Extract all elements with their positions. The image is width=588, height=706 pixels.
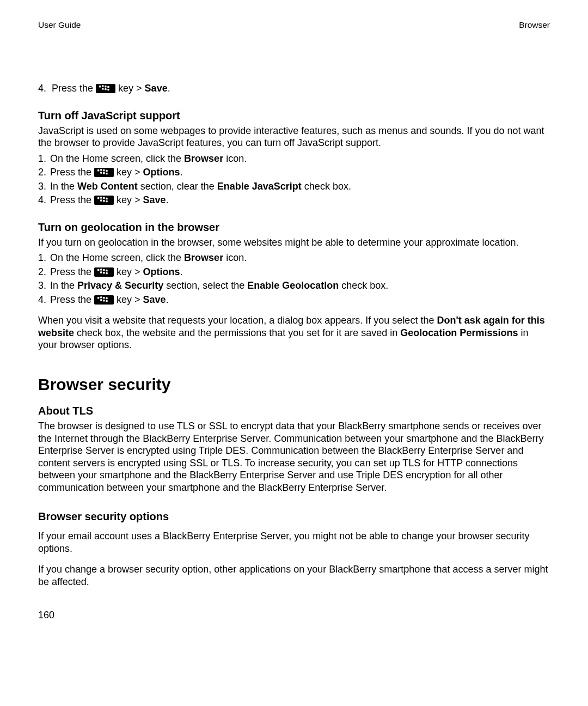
bold-save: Save — [145, 83, 168, 94]
security-options-p2: If you change a browser security option,… — [38, 563, 550, 588]
header-left: User Guide — [38, 20, 81, 30]
text: key > — [114, 294, 143, 305]
text: Press the — [50, 167, 94, 178]
text: check box, the website and the permissio… — [74, 327, 400, 338]
text: check box. — [302, 181, 351, 192]
text: In the — [50, 280, 77, 291]
step-number: 2. — [38, 266, 50, 278]
text: In the — [50, 181, 77, 192]
list-item: 2.Press the key > Options. — [38, 266, 550, 278]
text: Press the — [50, 294, 94, 305]
list-item: 3.In the Web Content section, clear the … — [38, 180, 550, 193]
text: key > — [115, 83, 145, 94]
intro-turn-off-js: JavaScript is used on some webpages to p… — [38, 125, 550, 149]
step-number: 3. — [38, 279, 50, 292]
blackberry-key-icon — [94, 295, 114, 305]
blackberry-key-icon — [94, 168, 114, 177]
list-item: 1.On the Home screen, click the Browser … — [38, 252, 550, 264]
page-header: User Guide Browser — [38, 20, 550, 30]
text: . — [180, 167, 183, 178]
text: Press the — [50, 266, 94, 277]
step-number: 4. — [38, 83, 46, 94]
blackberry-key-icon — [94, 267, 114, 277]
text: Press the — [52, 83, 96, 94]
heading-geolocation: Turn on geolocation in the browser — [38, 221, 550, 234]
text: key > — [114, 194, 143, 205]
text: On the Home screen, click the — [50, 153, 184, 164]
step-number: 3. — [38, 180, 50, 193]
heading-security-options: Browser security options — [38, 510, 550, 524]
list-item: 4.Press the key > Save. — [38, 294, 550, 306]
header-right: Browser — [519, 20, 550, 30]
steps-geolocation: 1.On the Home screen, click the Browser … — [38, 252, 550, 306]
bold-web-content: Web Content — [77, 181, 138, 192]
bold-enable-geolocation: Enable Geolocation — [247, 280, 339, 291]
bold-save: Save — [143, 194, 166, 205]
orphan-step-4: 4. Press the key > Save. — [38, 82, 550, 95]
heading-turn-off-js: Turn off JavaScript support — [38, 109, 550, 123]
bold-geolocation-permissions: Geolocation Permissions — [400, 327, 518, 338]
geolocation-note: When you visit a website that requests y… — [38, 314, 550, 351]
text: . — [166, 194, 169, 205]
text: key > — [114, 167, 143, 178]
steps-turn-off-js: 1.On the Home screen, click the Browser … — [38, 153, 550, 206]
step-number: 2. — [38, 166, 50, 179]
text: section, select the — [163, 280, 247, 291]
bold-privacy-security: Privacy & Security — [77, 280, 163, 291]
bold-browser: Browser — [184, 252, 223, 263]
body-about-tls: The browser is designed to use TLS or SS… — [38, 420, 550, 494]
text: icon. — [223, 252, 247, 263]
text: . — [166, 294, 169, 305]
step-number: 1. — [38, 252, 50, 264]
blackberry-key-icon — [96, 84, 115, 93]
text: . — [180, 266, 183, 277]
security-options-p1: If your email account uses a BlackBerry … — [38, 530, 550, 555]
text: Press the — [50, 194, 94, 205]
bold-options: Options — [143, 266, 180, 277]
blackberry-key-icon — [94, 196, 114, 205]
bold-options: Options — [143, 167, 180, 178]
text: check box. — [339, 280, 388, 291]
list-item: 4.Press the key > Save. — [38, 194, 550, 206]
list-item: 2.Press the key > Options. — [38, 166, 550, 179]
bold-browser: Browser — [184, 153, 223, 164]
heading-browser-security: Browser security — [38, 374, 550, 395]
text: key > — [114, 266, 143, 277]
text: icon. — [223, 153, 247, 164]
list-item: 1.On the Home screen, click the Browser … — [38, 153, 550, 165]
step-number: 1. — [38, 153, 50, 165]
list-item: 3.In the Privacy & Security section, sel… — [38, 279, 550, 292]
text: When you visit a website that requests y… — [38, 315, 437, 326]
heading-about-tls: About TLS — [38, 404, 550, 418]
intro-geolocation: If you turn on geolocation in the browse… — [38, 236, 550, 249]
text: . — [168, 83, 170, 94]
bold-save: Save — [143, 294, 166, 305]
text: On the Home screen, click the — [50, 252, 184, 263]
page-number: 160 — [38, 609, 54, 622]
bold-enable-js: Enable JavaScript — [217, 181, 302, 192]
text: section, clear the — [138, 181, 217, 192]
step-number: 4. — [38, 194, 50, 206]
step-number: 4. — [38, 294, 50, 306]
